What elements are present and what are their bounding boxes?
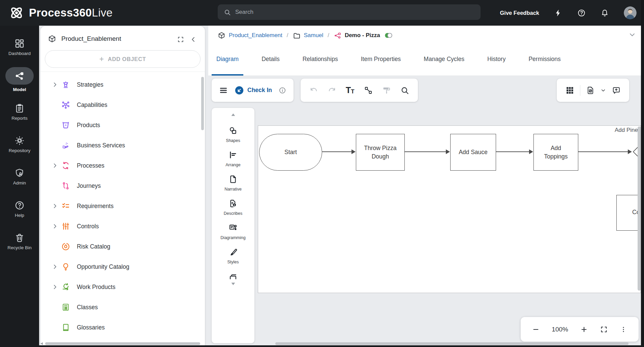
chevron-right-icon[interactable] bbox=[52, 284, 58, 290]
export-document-icon[interactable] bbox=[586, 86, 595, 95]
global-search-input[interactable]: Search bbox=[218, 4, 481, 20]
tab-manage-cycles[interactable]: Manage Cycles bbox=[419, 44, 469, 76]
palette-item-describes[interactable]: Describes bbox=[224, 199, 243, 216]
sidebar-item-help[interactable]: Help bbox=[0, 193, 39, 225]
diagram-search-icon[interactable] bbox=[400, 86, 409, 95]
palette-item-shapes[interactable]: Shapes bbox=[226, 126, 240, 143]
node-add-sauce[interactable]: Add Sauce bbox=[450, 134, 496, 171]
grid-apps-icon[interactable] bbox=[565, 86, 574, 95]
chevron-right-icon[interactable] bbox=[52, 203, 58, 209]
tree-item-label: Classes bbox=[77, 304, 98, 311]
sidebar-item-model[interactable]: Model bbox=[0, 63, 39, 96]
sidebar-item-label: Reports bbox=[11, 116, 27, 121]
diagramming-icon bbox=[228, 223, 238, 232]
tree-item-controls[interactable]: Controls bbox=[40, 216, 205, 236]
chevron-right-icon[interactable] bbox=[52, 264, 58, 270]
scrollbar-left-arrow-icon[interactable] bbox=[40, 342, 43, 345]
tab-details[interactable]: Details bbox=[257, 44, 284, 76]
status-toggle-icon[interactable] bbox=[384, 31, 393, 40]
chevron-right-icon[interactable] bbox=[52, 223, 58, 229]
tree-horizontal-scrollbar[interactable] bbox=[45, 342, 200, 345]
palette-scroll-up-icon[interactable] bbox=[229, 111, 237, 119]
palette-item-styles[interactable]: Styles bbox=[227, 248, 239, 264]
palette-item-diagramming[interactable]: Diagramming bbox=[220, 223, 245, 240]
tree-item-processes[interactable]: Processes bbox=[40, 155, 205, 176]
more-options-icon[interactable] bbox=[620, 326, 627, 333]
user-avatar[interactable] bbox=[624, 6, 637, 19]
tree-item-label: Controls bbox=[77, 223, 99, 230]
classes-icon bbox=[61, 303, 70, 312]
tree-item-capabilities[interactable]: Capabilities bbox=[40, 95, 205, 115]
tree-item-work-products[interactable]: Work Products bbox=[40, 277, 205, 297]
node-throw-pizza-dough[interactable]: Throw Pizza Dough bbox=[356, 134, 405, 171]
canvas-vertical-scrollbar[interactable] bbox=[638, 126, 641, 291]
palette-item-narrative[interactable]: Narrative bbox=[224, 175, 242, 192]
tab-item-properties[interactable]: Item Properties bbox=[356, 44, 406, 76]
chevron-right-icon[interactable] bbox=[52, 163, 58, 169]
collapse-panel-icon[interactable] bbox=[190, 36, 197, 43]
check-in-label: Check In bbox=[247, 87, 272, 94]
undo-icon[interactable] bbox=[309, 86, 318, 95]
zoom-in-icon[interactable] bbox=[580, 326, 588, 333]
shapes-icon bbox=[228, 126, 238, 135]
add-object-button[interactable]: + ADD OBJECT bbox=[45, 50, 201, 68]
sidebar-item-dashboard[interactable]: Dashboard bbox=[0, 31, 39, 63]
tab-relationships[interactable]: Relationships bbox=[298, 44, 343, 76]
tree-item-strategies[interactable]: Strategies bbox=[40, 75, 205, 95]
tree-item-business-services[interactable]: Business Services bbox=[40, 135, 205, 155]
tree-item-products[interactable]: Products bbox=[40, 115, 205, 135]
palette-item-arrange[interactable]: Arrange bbox=[225, 150, 240, 167]
sidebar-item-repository[interactable]: Repository bbox=[0, 128, 39, 161]
flow-arrow[interactable] bbox=[322, 151, 351, 152]
tab-diagram[interactable]: Diagram bbox=[212, 44, 243, 76]
tree-item-classes[interactable]: Classes bbox=[40, 297, 205, 317]
format-painter-icon[interactable] bbox=[382, 86, 391, 95]
flow-arrow[interactable] bbox=[578, 151, 628, 152]
app-logo[interactable]: Process360Live bbox=[9, 5, 113, 21]
flow-arrow[interactable] bbox=[496, 151, 529, 152]
node-task2-label: Add Sauce bbox=[459, 148, 488, 156]
export-chevron-down-icon[interactable] bbox=[601, 88, 606, 93]
notifications-icon[interactable] bbox=[601, 9, 609, 17]
node-start[interactable]: Start bbox=[259, 134, 322, 171]
zoom-out-icon[interactable] bbox=[532, 326, 540, 333]
connector-icon[interactable] bbox=[364, 86, 373, 95]
quick-actions-icon[interactable] bbox=[554, 9, 562, 17]
header-chevron-down-icon[interactable] bbox=[628, 31, 636, 38]
tree-vertical-scrollbar[interactable] bbox=[201, 77, 204, 130]
breadcrumb-label[interactable]: Samuel bbox=[304, 32, 324, 39]
text-style-icon[interactable]: TT bbox=[346, 86, 355, 94]
help-icon[interactable] bbox=[577, 9, 586, 17]
redo-icon[interactable] bbox=[328, 86, 336, 95]
tree-item-opportunity-catalog[interactable]: Opportunity Catalog bbox=[40, 257, 205, 277]
menu-hamburger-icon[interactable] bbox=[219, 86, 228, 95]
add-comment-icon[interactable] bbox=[612, 86, 620, 95]
chevron-right-icon[interactable] bbox=[52, 82, 58, 88]
check-in-button[interactable]: Check In bbox=[235, 86, 272, 95]
tree-item-journeys[interactable]: Journeys bbox=[40, 176, 205, 196]
frames-icon[interactable] bbox=[228, 272, 238, 279]
tree-item-risk-catalog[interactable]: Risk Catalog bbox=[40, 236, 205, 257]
sidebar-item-reports[interactable]: Reports bbox=[0, 96, 39, 128]
sidebar-item-recycle-bin[interactable]: Recycle Bin bbox=[0, 225, 39, 258]
add-object-label: ADD OBJECT bbox=[108, 56, 146, 62]
expand-panel-icon[interactable] bbox=[177, 36, 184, 43]
node-add-toppings[interactable]: Add Toppings bbox=[533, 134, 578, 171]
breadcrumb-label[interactable]: Product_Enablement bbox=[229, 32, 282, 39]
tab-permissions[interactable]: Permissions bbox=[524, 44, 565, 76]
flow-arrow[interactable] bbox=[405, 151, 446, 152]
give-feedback-button[interactable]: Give Feedback bbox=[500, 10, 539, 16]
diagram-canvas[interactable]: Start Throw Pizza Dough Add Sauce Add To… bbox=[258, 125, 641, 293]
main-horizontal-scrollbar[interactable] bbox=[275, 342, 628, 345]
breadcrumb-item-product-enablement[interactable]: Product_Enablement bbox=[218, 32, 282, 39]
fit-screen-icon[interactable] bbox=[600, 326, 608, 333]
tab-history[interactable]: History bbox=[483, 44, 510, 76]
breadcrumb-item-samuel[interactable]: Samuel bbox=[293, 32, 324, 39]
info-icon[interactable] bbox=[279, 87, 286, 94]
tree-item-requirements[interactable]: Requirements bbox=[40, 196, 205, 216]
sidebar-item-admin[interactable]: Admin bbox=[0, 161, 39, 193]
right-edge-scrollbar[interactable] bbox=[641, 0, 644, 347]
palette-scroll-down-icon[interactable] bbox=[229, 280, 237, 287]
tree-item-glossaries[interactable]: Glossaries bbox=[40, 317, 205, 338]
node-task3-label: Add Toppings bbox=[540, 144, 572, 161]
